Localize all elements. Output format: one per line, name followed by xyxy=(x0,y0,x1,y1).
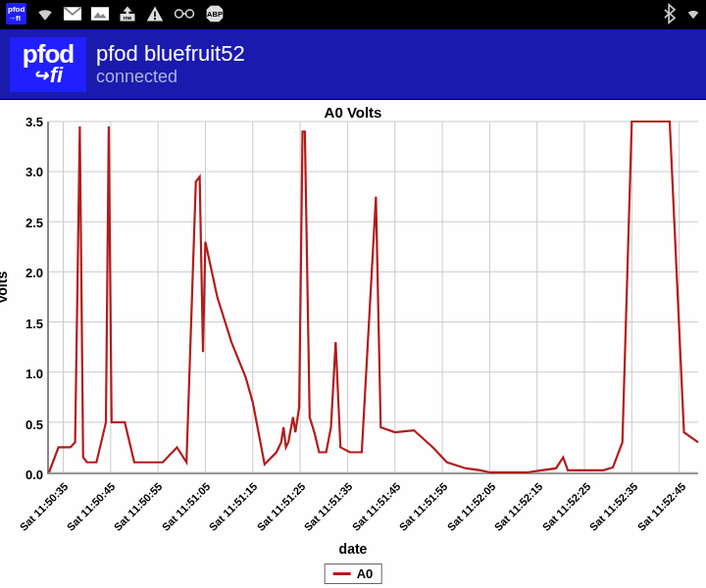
y-tick-label: 1.5 xyxy=(20,316,43,330)
logo-line2: ↪fi xyxy=(33,66,63,85)
y-tick-label: 0.0 xyxy=(20,467,43,482)
x-tick-label: Sat 11:51:15 xyxy=(207,480,260,533)
plot-region[interactable] xyxy=(47,122,698,474)
x-tick-label: Sat 11:52:45 xyxy=(634,480,687,533)
legend-label: A0 xyxy=(357,566,374,581)
y-tick-label: 2.0 xyxy=(20,266,43,280)
photos-icon xyxy=(91,7,109,21)
x-tick-label: Sat 11:52:25 xyxy=(539,480,592,533)
x-tick-label: Sat 11:51:05 xyxy=(160,480,213,533)
x-tick-label: Sat 11:50:55 xyxy=(112,480,165,533)
wifi-icon xyxy=(36,5,54,23)
glasses-icon xyxy=(174,8,195,20)
x-tick-label: Sat 11:50:45 xyxy=(65,480,118,533)
header-title: pfod bluefruit52 xyxy=(96,41,245,67)
wifi-signal-icon xyxy=(686,5,700,23)
y-axis-label: Volts xyxy=(0,271,10,304)
android-status-bar: pfod→fi me ABP xyxy=(0,0,706,27)
abp-icon: ABP xyxy=(205,4,225,24)
y-tick-label: 3.5 xyxy=(20,115,43,129)
gmail-icon xyxy=(64,7,81,21)
x-tick-label: Sat 11:52:35 xyxy=(587,480,640,533)
chart-title: A0 Volts xyxy=(325,104,382,121)
warning-icon xyxy=(146,5,164,23)
x-tick-label: Sat 11:51:45 xyxy=(349,480,402,533)
svg-point-5 xyxy=(176,10,183,18)
x-tick-label: Sat 11:51:25 xyxy=(254,480,307,533)
svg-rect-1 xyxy=(91,7,109,21)
chart-legend: A0 xyxy=(325,564,382,584)
svg-text:ABP: ABP xyxy=(207,10,223,19)
x-tick-label: Sat 11:51:55 xyxy=(397,480,450,533)
y-tick-label: 1.0 xyxy=(20,367,43,381)
pfod-mini-icon: pfod→fi xyxy=(6,3,26,24)
header-subtitle: connected xyxy=(96,67,245,87)
y-tick-label: 0.5 xyxy=(20,416,43,431)
x-tick-label: Sat 11:51:35 xyxy=(302,480,355,533)
y-tick-label: 3.0 xyxy=(20,165,43,179)
x-tick-label: Sat 11:50:35 xyxy=(17,480,70,533)
legend-swatch xyxy=(333,572,351,575)
x-axis-label: date xyxy=(339,541,368,557)
bluetooth-icon xyxy=(663,4,677,24)
svg-point-6 xyxy=(186,10,194,18)
svg-text:me: me xyxy=(124,15,132,21)
x-tick-label: Sat 11:52:15 xyxy=(492,480,545,533)
logo-line1: pfod xyxy=(23,43,74,66)
app-header: pfod ↪fi pfod bluefruit52 connected xyxy=(0,27,706,100)
upload-me-icon: me xyxy=(119,5,136,23)
pfod-logo: pfod ↪fi xyxy=(10,37,86,92)
y-tick-label: 2.5 xyxy=(20,215,43,229)
x-tick-label: Sat 11:52:05 xyxy=(444,480,497,533)
chart-area[interactable]: A0 Volts Volts 0.00.51.01.52.02.53.03.5 … xyxy=(0,100,706,588)
